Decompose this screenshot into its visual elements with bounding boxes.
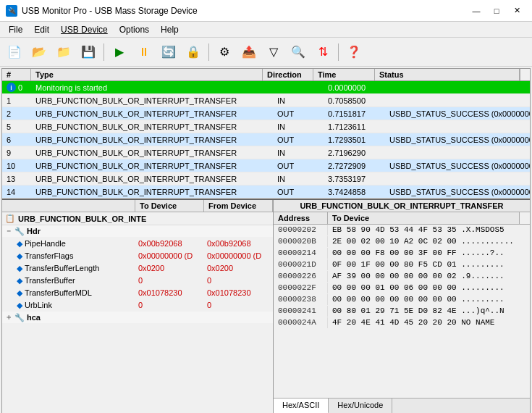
hex-addr: 00000202 bbox=[274, 225, 328, 235]
menu-edit[interactable]: Edit bbox=[28, 23, 55, 36]
col-header-dir: Direction bbox=[263, 69, 313, 80]
cell-num: i 0 bbox=[2, 82, 31, 93]
cell-time: 0.7151817 bbox=[324, 109, 385, 119]
cell-time: 2.7196290 bbox=[324, 148, 385, 158]
arrows-button[interactable]: ⇅ bbox=[311, 41, 334, 63]
tree-row-urblink[interactable]: ◆ UrbLink 0 0 bbox=[2, 299, 273, 312]
cell-num: 14 bbox=[2, 187, 31, 197]
table-row[interactable]: 10 URB_FUNCTION_BULK_OR_INTERRUPT_TRANSF… bbox=[2, 159, 530, 172]
minimize-button[interactable]: — bbox=[467, 3, 486, 19]
window-title: USB Monitor Pro - USB Mass Storage Devic… bbox=[22, 6, 198, 16]
hex-body: 00000202 EB 58 90 4D 53 44 4F 53 35 .X.M… bbox=[274, 225, 530, 398]
tree-row-hdr[interactable]: － 🔧 Hdr bbox=[2, 225, 273, 238]
diamond-icon: ◆ bbox=[17, 288, 22, 298]
hex-row: 00000202 EB 58 90 4D 53 44 4F 53 35 .X.M… bbox=[274, 225, 530, 236]
tab-hex-ascii[interactable]: Hex/ASCII bbox=[274, 399, 329, 413]
tree-cell-name: ◆ TransferBufferMDL bbox=[2, 288, 135, 299]
cell-type: URB_FUNCTION_BULK_OR_INTERRUPT_TRANSFER bbox=[31, 161, 273, 171]
cell-num: 2 bbox=[2, 109, 31, 119]
menu-file[interactable]: File bbox=[3, 23, 28, 36]
hex-row: 0000024A 4F 20 4E 41 4D 45 20 20 20 NO N… bbox=[274, 317, 530, 329]
filter-button[interactable]: ▽ bbox=[262, 41, 285, 63]
cell-time: 3.7353197 bbox=[324, 174, 385, 184]
table-row[interactable]: 14 URB_FUNCTION_BULK_OR_INTERRUPT_TRANSF… bbox=[2, 185, 530, 199]
tree-row-transferflags[interactable]: ◆ TransferFlags 0x00000000 (D 0x00000000… bbox=[2, 250, 273, 262]
tree-cell-from bbox=[204, 317, 273, 318]
hex-data: 00 80 01 29 71 5E D0 82 4E ...)q^..N bbox=[328, 306, 530, 317]
table-row[interactable]: i 0 Monitoring is started 0.0000000 bbox=[2, 81, 530, 94]
lock-button[interactable]: 🔒 bbox=[182, 41, 205, 63]
tree-row-transferbufferlength[interactable]: ◆ TransferBufferLength 0x0200 0x0200 bbox=[2, 262, 273, 275]
col-header-status: Status bbox=[375, 69, 520, 80]
tree-cell-to: 0 bbox=[135, 300, 204, 310]
menu-usbdevice[interactable]: USB Device bbox=[55, 23, 114, 36]
cell-type: URB_FUNCTION_BULK_OR_INTERRUPT_TRANSFER bbox=[31, 148, 273, 158]
hex-data: 00 00 00 00 00 00 00 00 00 ......... bbox=[328, 294, 530, 305]
branch-icon: 🔧 bbox=[14, 227, 25, 236]
cell-dir: IN bbox=[273, 96, 324, 106]
cell-status bbox=[385, 100, 530, 101]
table-row[interactable]: 13 URB_FUNCTION_BULK_OR_INTERRUPT_TRANSF… bbox=[2, 172, 530, 185]
table-row[interactable]: 6 URB_FUNCTION_BULK_OR_INTERRUPT_TRANSFE… bbox=[2, 133, 530, 146]
tab-hex-unicode[interactable]: Hex/Unicode bbox=[329, 399, 392, 413]
tree-cell-from: 0x00000000 (D bbox=[204, 251, 273, 261]
title-bar: 🔌 USB Monitor Pro - USB Mass Storage Dev… bbox=[0, 0, 532, 22]
menu-options[interactable]: Options bbox=[114, 23, 155, 36]
expand-icon[interactable]: ＋ bbox=[5, 312, 12, 322]
play-button[interactable]: ▶ bbox=[108, 41, 131, 63]
save-button[interactable]: 💾 bbox=[77, 41, 100, 63]
tree-row-hca[interactable]: ＋ 🔧 hca bbox=[2, 312, 273, 324]
hex-data: AF 39 00 00 00 00 00 00 02 .9....... bbox=[328, 271, 530, 282]
refresh-button[interactable]: 🔄 bbox=[157, 41, 180, 63]
tree-cell-to: 0x00b92068 bbox=[135, 238, 204, 249]
hex-addr: 0000022F bbox=[274, 283, 328, 293]
branch-icon: 🔧 bbox=[14, 313, 25, 322]
table-row[interactable]: 9 URB_FUNCTION_BULK_OR_INTERRUPT_TRANSFE… bbox=[2, 146, 530, 159]
table-row[interactable]: 5 URB_FUNCTION_BULK_OR_INTERRUPT_TRANSFE… bbox=[2, 120, 530, 133]
window-controls: — □ ✕ bbox=[467, 3, 526, 19]
expand-icon[interactable]: － bbox=[5, 226, 12, 236]
table-row[interactable]: 2 URB_FUNCTION_BULK_OR_INTERRUPT_TRANSFE… bbox=[2, 107, 530, 120]
maximize-button[interactable]: □ bbox=[487, 3, 506, 19]
transfer-button[interactable]: 📤 bbox=[237, 41, 261, 63]
main-area: # Type Direction Time Status i 0 Monitor… bbox=[1, 68, 531, 413]
left-panel-title-row: 📋 URB_FUNCTION_BULK_OR_INTE bbox=[2, 212, 273, 225]
hex-addr: 00000214 bbox=[274, 248, 328, 259]
pause-button[interactable]: ⏸ bbox=[132, 41, 156, 63]
cell-dir: OUT bbox=[273, 135, 324, 145]
left-col-to: To Device bbox=[135, 200, 204, 212]
hex-row: 0000022F 00 00 00 01 00 06 00 00 00 ....… bbox=[274, 283, 530, 294]
tree-row-transferbuffermdl[interactable]: ◆ TransferBufferMDL 0x01078230 0x0107823… bbox=[2, 287, 273, 299]
tree-cell-to: 0x01078230 bbox=[135, 288, 204, 298]
tree-cell-name: ◆ TransferFlags bbox=[2, 251, 135, 262]
cell-type: URB_FUNCTION_BULK_OR_INTERRUPT_TRANSFER bbox=[31, 174, 273, 184]
close-button[interactable]: ✕ bbox=[507, 3, 526, 19]
diamond-icon: ◆ bbox=[17, 301, 22, 310]
col-header-num: # bbox=[2, 69, 31, 80]
separator-1 bbox=[104, 43, 104, 61]
separator-2 bbox=[208, 43, 209, 61]
cell-status bbox=[385, 126, 530, 128]
left-panel: To Device From Device 📋 URB_FUNCTION_BUL… bbox=[2, 200, 274, 413]
cell-num: 10 bbox=[2, 161, 31, 171]
hex-addr: 00000226 bbox=[274, 271, 328, 282]
tree-row-pipehandle[interactable]: ◆ PipeHandle 0x00b92068 0x00b92068 bbox=[2, 238, 273, 250]
left-panel-body: － 🔧 Hdr ◆ PipeHandle 0x00b92068 0x00b920… bbox=[2, 225, 273, 413]
menu-help[interactable]: Help bbox=[155, 23, 185, 36]
settings-button[interactable]: ⚙ bbox=[213, 41, 236, 63]
new-button[interactable]: 📄 bbox=[3, 41, 26, 63]
open-button[interactable]: 📁 bbox=[52, 41, 75, 63]
cell-type: URB_FUNCTION_BULK_OR_INTERRUPT_TRANSFER bbox=[31, 187, 273, 197]
folder-icon: 📋 bbox=[5, 214, 15, 223]
cell-status bbox=[385, 87, 530, 88]
help-button[interactable]: ❓ bbox=[342, 41, 366, 63]
search-button[interactable]: 🔍 bbox=[287, 41, 310, 63]
table-row[interactable]: 1 URB_FUNCTION_BULK_OR_INTERRUPT_TRANSFE… bbox=[2, 94, 530, 107]
cell-status: USBD_STATUS_SUCCESS (0x00000000) bbox=[385, 187, 530, 197]
tree-row-transferbuffer[interactable]: ◆ TransferBuffer 0 0 bbox=[2, 275, 273, 287]
tree-cell-from: 0x00b92068 bbox=[204, 238, 273, 249]
tree-cell-from: 0x0200 bbox=[204, 263, 273, 273]
cell-type: Monitoring is started bbox=[31, 83, 273, 93]
tree-cell-to bbox=[135, 230, 204, 232]
open-red-button[interactable]: 📂 bbox=[28, 41, 51, 63]
